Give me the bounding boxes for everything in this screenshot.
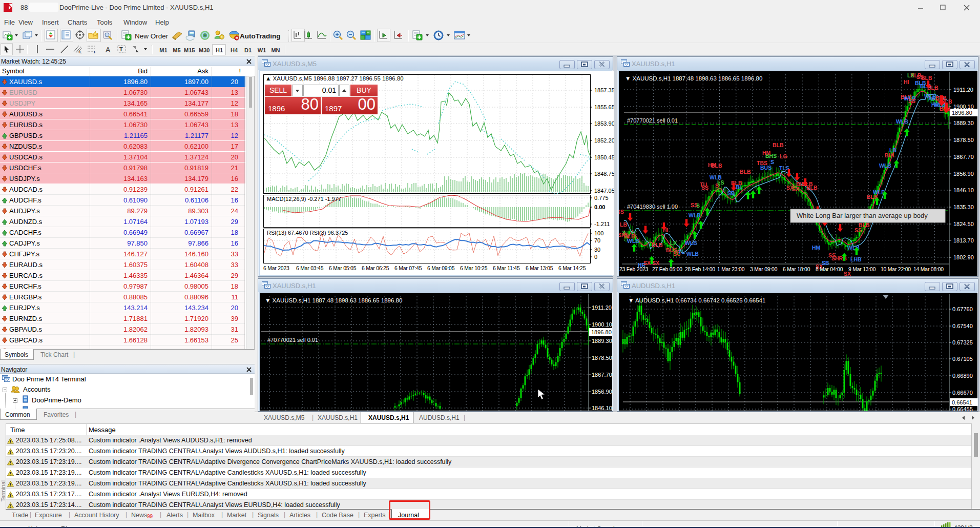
svg-text:S: S	[715, 182, 719, 189]
svg-text:27 Feb 05:00: 27 Feb 05:00	[652, 267, 682, 272]
svg-text:SB: SB	[822, 260, 829, 266]
svg-text:0.66890: 0.66890	[952, 373, 973, 379]
svg-text:14 Mar 08:00: 14 Mar 08:00	[913, 267, 944, 272]
svg-text:1850.45: 1850.45	[594, 154, 614, 160]
svg-text:LHB: LHB	[850, 256, 862, 262]
svg-text:SS: SS	[619, 209, 624, 215]
svg-text:BLB: BLB	[711, 163, 722, 169]
svg-text:1 Mar 23:00: 1 Mar 23:00	[717, 267, 745, 272]
svg-text:▼ XAUUSD.s,H1 1887.48 1898.63: ▼ XAUUSD.s,H1 1887.48 1898.63 1886.65 18…	[625, 75, 762, 82]
svg-text:WLB: WLB	[686, 251, 699, 257]
svg-text:6 Mar 2023: 6 Mar 2023	[263, 266, 289, 271]
svg-text:1855.65: 1855.65	[594, 104, 614, 110]
svg-text:SB: SB	[727, 190, 735, 196]
svg-text:LG: LG	[780, 153, 787, 159]
svg-text:LB: LB	[620, 221, 627, 228]
svg-text:0.00: 0.00	[594, 204, 605, 210]
svg-text:1856.90: 1856.90	[592, 389, 612, 395]
svg-text:1852.20: 1852.20	[594, 137, 614, 144]
svg-text:LX: LX	[907, 72, 914, 78]
svg-text:LB: LB	[889, 147, 896, 153]
svg-text:1896.80: 1896.80	[591, 329, 612, 335]
svg-text:6 Mar 07:45: 6 Mar 07:45	[394, 266, 422, 271]
svg-text:HM: HM	[812, 245, 821, 251]
svg-text:LX: LX	[670, 240, 677, 246]
svg-text:T: T	[119, 46, 123, 52]
svg-text:0.66455: 0.66455	[952, 406, 973, 411]
svg-text:0: 0	[594, 254, 597, 260]
svg-text:WLB: WLB	[627, 238, 639, 244]
svg-text:#70419830 sell 1.00: #70419830 sell 1.00	[627, 204, 678, 210]
svg-text:White Long Bar larger than ave: White Long Bar larger than average up bo…	[797, 212, 928, 219]
svg-text:▼ XAUUSD.s,H1 1887.48 1898.63: ▼ XAUUSD.s,H1 1887.48 1898.63 1886.65 18…	[265, 297, 402, 303]
svg-text:BLB: BLB	[859, 222, 870, 228]
svg-text:#70770021 sell 0.01: #70770021 sell 0.01	[267, 337, 318, 343]
svg-text:BLB: BLB	[773, 142, 784, 148]
svg-text:#70770021 sell 0.01: #70770021 sell 0.01	[627, 117, 678, 124]
svg-text:10 Mar 22:00: 10 Mar 22:00	[881, 267, 911, 272]
svg-text:1889.30: 1889.30	[953, 120, 974, 126]
svg-text:HM: HM	[762, 150, 771, 156]
svg-text:100: 100	[594, 230, 603, 236]
svg-text:1856.90: 1856.90	[953, 171, 974, 177]
svg-text:SS: SS	[908, 98, 915, 104]
svg-text:6 Mar 13:05: 6 Mar 13:05	[526, 266, 553, 271]
svg-text:3 Mar 09:00: 3 Mar 09:00	[750, 267, 778, 272]
svg-text:WLB: WLB	[689, 212, 701, 218]
svg-text:1896.80: 1896.80	[952, 110, 972, 116]
svg-text:F: F	[94, 50, 96, 54]
svg-text:▼ AUDUSD.s,H1 0.66734 0.66742: ▼ AUDUSD.s,H1 0.66734 0.66742 0.66525 0.…	[628, 297, 765, 303]
svg-text:6 Mar 05:05: 6 Mar 05:05	[329, 266, 357, 271]
svg-text:BUS: BUS	[760, 165, 772, 171]
svg-text:E: E	[79, 50, 82, 54]
svg-text:1900.10: 1900.10	[592, 321, 612, 328]
svg-text:WLB: WLB	[685, 240, 697, 246]
svg-text:BLB: BLB	[806, 185, 818, 191]
svg-text:1911.20: 1911.20	[592, 304, 612, 311]
svg-text:1911.20: 1911.20	[953, 87, 973, 93]
svg-text:1867.70: 1867.70	[592, 372, 612, 378]
svg-text:28 Feb 14:00: 28 Feb 14:00	[685, 267, 715, 272]
svg-text:1857.35: 1857.35	[594, 87, 614, 93]
svg-text:1848.75: 1848.75	[594, 171, 614, 177]
svg-text:0.67105: 0.67105	[952, 356, 973, 362]
svg-text:1802.90: 1802.90	[953, 254, 974, 260]
svg-text:6 Mar 03:45: 6 Mar 03:45	[296, 266, 324, 271]
svg-text:0.67325: 0.67325	[952, 339, 973, 346]
svg-text:30: 30	[594, 247, 600, 253]
svg-text:1835.30: 1835.30	[953, 204, 974, 210]
svg-text:TU: TU	[700, 181, 707, 188]
svg-text:BLB: BLB	[652, 242, 663, 248]
svg-text:1824.50: 1824.50	[953, 221, 974, 227]
svg-text:1867.70: 1867.70	[953, 154, 974, 160]
svg-text:0.67760: 0.67760	[952, 306, 973, 312]
svg-text:WLB: WLB	[896, 118, 908, 125]
svg-text:BLB: BLB	[740, 169, 751, 175]
svg-text:6 Mar 18:00: 6 Mar 18:00	[783, 267, 810, 272]
svg-text:1846.10: 1846.10	[953, 187, 974, 193]
svg-text:BL: BL	[736, 184, 743, 190]
svg-text:1846.10: 1846.10	[592, 405, 612, 411]
svg-text:WLB: WLB	[873, 189, 885, 195]
svg-text:TL: TL	[678, 249, 685, 255]
svg-text:6 Mar 10:25: 6 Mar 10:25	[460, 266, 488, 271]
svg-text:1878.50: 1878.50	[953, 137, 974, 143]
svg-text:0.67540: 0.67540	[952, 323, 973, 329]
svg-text:BLB: BLB	[921, 75, 932, 81]
svg-text:70: 70	[594, 237, 600, 243]
svg-text:WLB: WLB	[879, 163, 891, 169]
svg-text:0.66670: 0.66670	[952, 390, 973, 396]
svg-text:6 Mar 14:25: 6 Mar 14:25	[558, 266, 586, 271]
svg-text:0.66541: 0.66541	[952, 399, 972, 405]
svg-text:S: S	[696, 202, 700, 209]
svg-text:1853.90: 1853.90	[594, 120, 614, 127]
svg-text:23 Feb 2023: 23 Feb 2023	[619, 267, 649, 272]
svg-text:1878.50: 1878.50	[592, 355, 612, 361]
svg-text:HI: HI	[904, 79, 909, 85]
svg-text:1813.70: 1813.70	[953, 237, 974, 243]
svg-text:1847.05: 1847.05	[594, 188, 614, 194]
svg-text:1889.30: 1889.30	[592, 338, 612, 344]
svg-text:HR: HR	[931, 101, 940, 108]
svg-text:6 Mar 11:45: 6 Mar 11:45	[493, 266, 520, 271]
svg-text:8 Mar 04:00: 8 Mar 04:00	[816, 267, 843, 272]
